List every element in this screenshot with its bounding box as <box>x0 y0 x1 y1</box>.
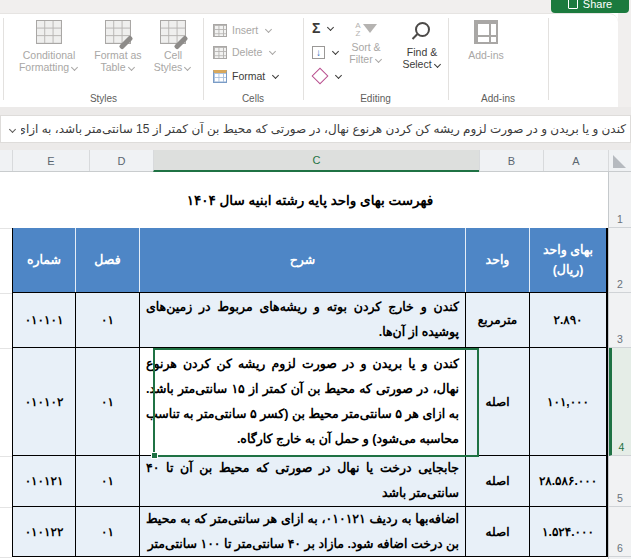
gridline <box>0 557 12 558</box>
row-header-6[interactable]: 6 <box>609 507 631 557</box>
formula-bar-strip: کندن و یا بریدن و در صورت لزوم ریشه کن ک… <box>0 107 631 150</box>
table-row: ۰۱۰۱۰۲ ۰۱ کندن و یا بریدن و در صورت لزوم… <box>12 348 608 456</box>
button-label: Select <box>402 58 431 70</box>
column-header-e[interactable]: E <box>12 150 89 171</box>
autosum-icon: Σ <box>312 20 320 36</box>
share-icon <box>568 0 578 9</box>
add-ins-icon <box>474 20 498 44</box>
excel-window: Share Conditional Formatting Format as T… <box>0 0 631 559</box>
cell-number[interactable]: ۰۱۰۱۰۲ <box>13 348 75 455</box>
formula-bar-text[interactable]: کندن و یا بریدن و در صورت لزوم ریشه کن ک… <box>21 122 630 136</box>
cell-chapter[interactable]: ۰۱ <box>75 293 139 347</box>
cell-description[interactable]: جابجایی درخت یا نهال در صورتی که محیط بن… <box>139 456 465 506</box>
cell-styles-button[interactable]: Cell Styles <box>148 18 198 94</box>
row-header-3[interactable]: 3 <box>609 293 631 348</box>
gridline <box>0 456 12 457</box>
column-header-d[interactable]: D <box>89 150 153 171</box>
cell-price[interactable]: ۱.۵۲۴.۰۰۰ <box>529 507 606 556</box>
styles-group-label: Styles <box>4 93 203 104</box>
column-header-c-selected[interactable]: C <box>153 150 479 172</box>
conditional-formatting-icon <box>36 20 62 44</box>
editing-group-label: Editing <box>303 93 448 104</box>
chevron-down-icon <box>272 72 279 79</box>
select-all-triangle-icon <box>613 155 626 168</box>
button-label: Formatting <box>19 61 69 73</box>
chevron-down-icon <box>327 24 334 31</box>
row-header-2[interactable]: 2 <box>609 228 631 293</box>
button-label: Table <box>100 61 125 73</box>
cell-description[interactable]: اضافه‌بها به ردیف ۰۱۰۱۲۱، به ازای هر سان… <box>139 507 465 556</box>
group-separator <box>203 18 204 100</box>
cell-unit[interactable]: اصله <box>465 456 529 506</box>
table-title: فهرست بهای واحد پایه رشته ابنیه سال ۱۴۰۴ <box>187 192 433 208</box>
chevron-down-icon <box>434 61 441 68</box>
gridline <box>0 507 12 508</box>
sort-filter-button[interactable]: AZ Sort & Filter <box>340 18 392 94</box>
delete-button[interactable]: Delete <box>213 42 293 62</box>
row-header-5[interactable]: 5 <box>609 456 631 507</box>
select-all-corner[interactable] <box>608 150 631 171</box>
cell-price[interactable]: ۱۰۱,۰۰۰ <box>529 348 606 455</box>
clear-eraser-icon <box>312 68 329 85</box>
cell-chapter[interactable]: ۰۱ <box>75 348 139 455</box>
add-ins-group-label: Add-ins <box>448 93 548 104</box>
cell-chapter[interactable]: ۰۱ <box>75 507 139 556</box>
button-label: Cell <box>164 49 182 61</box>
conditional-formatting-button[interactable]: Conditional Formatting <box>10 18 88 94</box>
add-ins-button[interactable]: Add-ins <box>458 18 514 94</box>
titlebar-strip <box>0 0 631 13</box>
title-cell[interactable]: فهرست بهای واحد پایه رشته ابنیه سال ۱۴۰۴ <box>12 172 608 228</box>
cell-unit[interactable]: مترمربع <box>465 293 529 347</box>
row-header-1[interactable]: 1 <box>609 172 631 228</box>
ribbon: Conditional Formatting Format as Table C… <box>0 13 618 109</box>
gridline <box>0 228 12 229</box>
header-cell-unit[interactable]: واحد <box>465 228 529 292</box>
button-label: Insert <box>232 24 258 36</box>
insert-button[interactable]: Insert <box>213 20 293 40</box>
formula-bar[interactable]: کندن و یا بریدن و در صورت لزوم ریشه کن ک… <box>0 115 631 143</box>
price-list-table: فهرست بهای واحد پایه رشته ابنیه سال ۱۴۰۴… <box>12 172 608 557</box>
formula-bar-expand-chevron[interactable] <box>1 120 21 138</box>
gridline <box>0 293 12 294</box>
cell-number[interactable]: ۰۱۰۱۲۱ <box>13 456 75 506</box>
autosum-button[interactable]: Σ <box>312 18 335 38</box>
column-header-a[interactable]: A <box>543 150 608 171</box>
header-cell-price[interactable]: بهای واحد(ریال) <box>529 228 606 292</box>
cell-number[interactable]: ۰۱۰۱۲۲ <box>13 507 75 556</box>
table-header-row: شماره فصل شرح واحد بهای واحد(ریال) <box>12 228 608 293</box>
gridline <box>0 348 12 349</box>
format-button[interactable]: Format <box>213 66 297 86</box>
header-cell-description[interactable]: شرح <box>139 228 465 292</box>
fill-button[interactable]: ↓ <box>312 42 340 62</box>
button-label: Delete <box>232 46 262 58</box>
cell-unit[interactable]: اصله <box>465 507 529 556</box>
clear-button[interactable] <box>312 66 343 86</box>
cell-styles-icon <box>160 20 186 44</box>
format-as-table-icon <box>105 20 131 44</box>
cell-unit[interactable]: اصله <box>465 348 529 455</box>
sheet-grid: فهرست بهای واحد پایه رشته ابنیه سال ۱۴۰۴… <box>0 172 631 559</box>
format-icon <box>213 70 227 83</box>
row-header-column: 1 2 3 4 5 6 <box>608 172 631 559</box>
active-cell-c4[interactable]: کندن و یا بریدن و در صورت لزوم ریشه کن ک… <box>139 348 465 455</box>
button-label: Conditional <box>23 49 76 61</box>
delete-icon <box>213 46 227 59</box>
group-separator <box>548 18 549 100</box>
insert-icon <box>213 24 227 37</box>
find-select-button[interactable]: Find & Select <box>394 18 450 94</box>
cell-number[interactable]: ۰۱۰۱۰۱ <box>13 293 75 347</box>
group-separator <box>303 18 304 100</box>
format-as-table-button[interactable]: Format as Table <box>90 18 146 94</box>
header-cell-number[interactable]: شماره <box>13 228 75 292</box>
header-cell-chapter[interactable]: فصل <box>75 228 139 292</box>
cell-description[interactable]: کندن و خارج کردن بوته و ریشه‌های مربوط د… <box>139 293 465 347</box>
column-header-b[interactable]: B <box>479 150 543 171</box>
share-button[interactable]: Share <box>551 0 629 13</box>
cell-price[interactable]: ۲۸.۵۸۶.۰۰۰ <box>529 456 606 506</box>
cell-chapter[interactable]: ۰۱ <box>75 456 139 506</box>
cell-price[interactable]: ۲.۸۹۰ <box>529 293 606 347</box>
chevron-down-icon <box>71 64 78 71</box>
row-header-4-active[interactable]: 4 <box>609 348 631 456</box>
column-header-f-partial[interactable] <box>0 150 12 171</box>
fill-down-icon: ↓ <box>312 46 325 59</box>
